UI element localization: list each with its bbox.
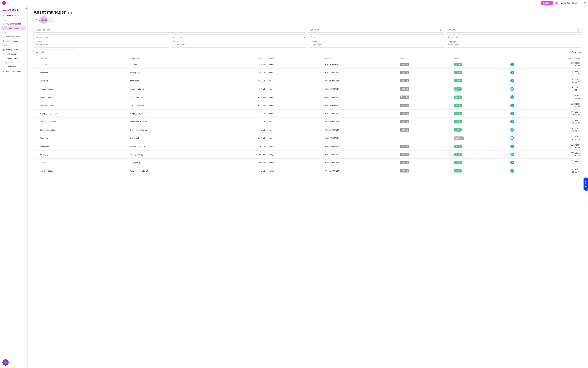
user-avatar-icon[interactable]: DS: [510, 112, 514, 115]
user-name[interactable]: David Seal (Demo): [561, 2, 577, 4]
row-menu-icon[interactable]: ⋮: [35, 145, 37, 147]
chevron-down-icon[interactable]: ▾: [580, 2, 580, 4]
availability-select[interactable]: Availability ▾: [34, 49, 75, 55]
user-avatar-icon[interactable]: RK: [510, 145, 514, 148]
tag-select[interactable]: Tag Please select... ▾: [34, 34, 169, 40]
user-avatar-icon[interactable]: DS: [510, 71, 514, 74]
tags-badge[interactable]: Tags (2): [400, 63, 409, 66]
user-avatar-icon[interactable]: RK: [510, 153, 514, 156]
table-row[interactable]: ⋮ Peach_can_01.mov Peach_can_01.mov 47.3…: [34, 118, 582, 126]
user-avatar-icon[interactable]: RK: [510, 161, 514, 165]
clear-filters-link[interactable]: Clear filters: [571, 51, 582, 53]
tags-badge[interactable]: Tags (2): [400, 87, 409, 91]
sidebar-item-workflow-manager[interactable]: ⇄ Workflow Manager: [0, 69, 27, 73]
row-menu-icon[interactable]: ⋮: [35, 162, 37, 164]
sidebar-item-integrations[interactable]: ⚙ Integrations: [0, 64, 27, 69]
tags-badge[interactable]: Tags (2): [400, 120, 409, 123]
user-avatar-icon[interactable]: DS: [510, 136, 514, 140]
row-menu-icon[interactable]: ⋮: [35, 104, 37, 106]
create-button[interactable]: Create ▾: [541, 1, 553, 5]
campaign-select[interactable]: Campaign Please select... ▾: [446, 34, 582, 40]
sidebar-item-upload-typesettings[interactable]: ⤴ Upload typesettings: [0, 39, 27, 43]
table-row[interactable]: ⋮ Cherry_fruit.mov Cherry_fruit.mov 42.0…: [34, 101, 582, 110]
country-select[interactable]: Country Please select... ▾: [309, 42, 444, 47]
user-avatar[interactable]: DS: [555, 1, 559, 5]
row-menu-icon[interactable]: ⋮: [35, 153, 37, 156]
asset-type-select[interactable]: Asset type ▾: [171, 34, 307, 40]
row-menu-icon[interactable]: ⋮: [35, 88, 37, 90]
mask-icon: ⊙: [2, 57, 4, 59]
tags-badge[interactable]: Tags (2): [400, 128, 409, 131]
col-last-updated[interactable]: LAST UPDATED: [515, 56, 582, 60]
table-row[interactable]: ⋮ Bears.mp4 Bears.mp4 28.9 MB Video Crea…: [34, 77, 582, 85]
table-row[interactable]: ⋮ Girl.jpg Girl (static lg) 695 KB Image…: [34, 159, 582, 167]
cell-client: CreateTOTALLY: [324, 150, 398, 159]
table-row[interactable]: ⋮ Peach_fruit.mov Peach_fruit.mov 42.1 M…: [34, 93, 582, 101]
tags-badge[interactable]: Tags (2): [400, 79, 409, 82]
sidebar-item-master-templates[interactable]: ▦ Master templates: [0, 22, 27, 26]
table-row[interactable]: ⋮ Peach_fruit.jpg Peach Fruit (static lg…: [34, 167, 582, 175]
col-file-name[interactable]: FILE NAME: [38, 56, 128, 60]
help-icon[interactable]: ?: [583, 2, 586, 4]
tags-badge[interactable]: Tags (2): [400, 161, 409, 164]
table-row[interactable]: ⋮ Cherry_can_01.mov Cherry_can_01.mov 47…: [34, 126, 582, 134]
tags-badge[interactable]: Tags (2): [400, 145, 409, 148]
creative-select[interactable]: Creative Please select... ▾: [34, 42, 169, 47]
row-menu-icon[interactable]: ⋮: [35, 170, 37, 172]
col-status[interactable]: STATUS: [453, 56, 509, 60]
sidebar-item-asset-manager[interactable]: ▤ Asset manager: [1, 26, 26, 30]
col-display-name[interactable]: DISPLAY NAME: [128, 56, 221, 60]
language-label: Language: [448, 41, 457, 43]
col-tags[interactable]: TAGS: [398, 56, 452, 60]
upload-asset-button[interactable]: ⬆ Upload asset: [34, 17, 54, 23]
row-menu-icon[interactable]: ⋮: [35, 63, 37, 65]
sidebar-item-translation-forms[interactable]: ⎘ Translation forms: [0, 35, 27, 39]
table-row[interactable]: ⋮ Girl.mp4 Girl.mp4 28.7 MB Video Create…: [34, 60, 582, 69]
table-row[interactable]: ⋮ Backflip.jpg Backflip (static lg) 747 …: [34, 142, 582, 150]
table-row[interactable]: ⋮ Bears.jpg Bears (static lg) 898 KB Ima…: [34, 150, 582, 159]
tags-badge[interactable]: Tags (2): [400, 112, 409, 115]
user-avatar-icon[interactable]: DS: [510, 87, 514, 91]
user-avatar-icon[interactable]: DS: [510, 104, 514, 107]
tags-badge[interactable]: Tags (2): [400, 71, 409, 74]
user-avatar-icon[interactable]: DS: [510, 79, 514, 83]
col-client[interactable]: CLIENT: [324, 56, 398, 60]
tags-badge[interactable]: Tags (2): [400, 95, 409, 99]
tags-badge[interactable]: Tags (2): [400, 104, 409, 107]
row-menu-icon[interactable]: ⋮: [35, 121, 37, 123]
sidebar-item-leave-admin[interactable]: ⇤ Leave admin: [0, 13, 27, 18]
table-row[interactable]: ⋮ Mango_can_01.mov Mango_can_01.mov 47.2…: [34, 110, 582, 118]
sidebar-item-masquerading[interactable]: ⊙ Masquerading: [0, 56, 27, 60]
row-menu-icon[interactable]: ⋮: [35, 80, 37, 82]
row-menu-icon[interactable]: ⋮: [35, 96, 37, 98]
tags-badge[interactable]: Tags (2): [400, 153, 409, 156]
sidebar-collapse-icon[interactable]: ◀: [25, 8, 28, 9]
app-logo-icon[interactable]: [2, 1, 6, 5]
user-avatar-icon[interactable]: DS: [510, 120, 514, 123]
client-select[interactable]: Client ▾: [309, 34, 444, 40]
row-menu-icon[interactable]: ⋮: [35, 129, 37, 131]
user-avatar-icon[interactable]: DS: [510, 63, 514, 66]
market-select[interactable]: Market Please select... ▾: [171, 42, 307, 47]
row-menu-icon[interactable]: ⋮: [35, 112, 37, 115]
sidebar-item-manage-users[interactable]: 👥 Manage users: [0, 47, 27, 52]
help-tab[interactable]: Help ◉: [584, 178, 588, 191]
col-file-size[interactable]: FILE SIZE: [221, 56, 267, 60]
sidebar-item-invite-users[interactable]: ✉ Invite users: [0, 52, 27, 56]
record-button[interactable]: [2, 359, 9, 366]
start-date-input[interactable]: Start date 📅: [308, 27, 444, 33]
row-menu-icon[interactable]: ⋮: [35, 137, 37, 139]
search-input[interactable]: Search file name: [34, 27, 306, 33]
tags-badge[interactable]: Tags (2): [400, 169, 409, 173]
user-avatar-icon[interactable]: RK: [510, 169, 514, 173]
end-date-input[interactable]: End date 📅: [446, 27, 582, 33]
table-row[interactable]: ⋮ Mango_fruit.mov Mango_fruit.mov 42.8 M…: [34, 85, 582, 93]
user-avatar-icon[interactable]: DS: [510, 128, 514, 132]
col-asset-type[interactable]: ASSET TYPE: [267, 56, 324, 60]
table-row[interactable]: ⋮ Backflip.mp4 Backflip.mp4 29.1 MB Vide…: [34, 68, 582, 77]
table-row[interactable]: ⋮ Bears.mp4 Bears.mp4 28.9 MB Video Crea…: [34, 134, 582, 142]
user-avatar-icon[interactable]: DS: [510, 95, 514, 99]
tag-label: Tag: [35, 33, 39, 35]
language-select[interactable]: Language Please select... ▾: [446, 42, 582, 47]
row-menu-icon[interactable]: ⋮: [35, 72, 37, 74]
